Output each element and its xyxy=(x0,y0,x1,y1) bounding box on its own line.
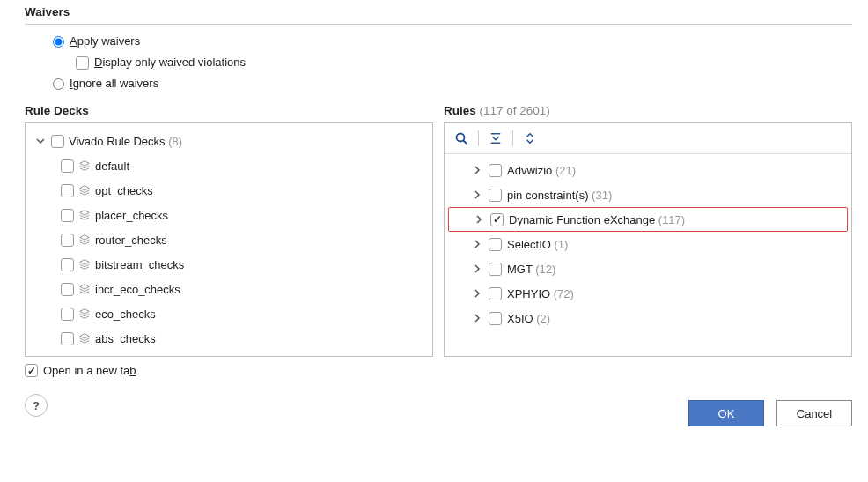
rule-deck-item[interactable]: eco_checks xyxy=(31,301,429,326)
help-button[interactable]: ? xyxy=(25,394,48,417)
rules-panel: Rules (117 of 2601) Advwizio (21)pin con… xyxy=(444,104,852,357)
rule-deck-label: incr_eco_checks xyxy=(95,283,180,296)
layers-icon xyxy=(78,332,91,345)
rule-deck-label: placer_checks xyxy=(95,209,168,222)
layers-icon xyxy=(78,258,91,271)
display-only-waived-checkbox[interactable]: Display only waived violations xyxy=(53,55,852,70)
checkbox-icon[interactable] xyxy=(489,164,502,177)
rule-deck-item[interactable]: default xyxy=(31,153,429,178)
ignore-all-waivers-radio[interactable]: Ignore all waivers xyxy=(53,76,852,92)
rule-category-row[interactable]: X5IO (2) xyxy=(446,306,850,330)
tree-root-row[interactable]: Vivado Rule Decks (8) xyxy=(31,129,429,153)
collapse-all-icon[interactable] xyxy=(486,129,505,148)
layers-icon xyxy=(78,209,91,221)
open-in-new-tab-checkbox[interactable]: Open in a new tab xyxy=(25,364,136,377)
chevron-right-icon[interactable] xyxy=(471,238,483,250)
checkbox-icon[interactable] xyxy=(61,234,74,247)
checkbox-icon[interactable] xyxy=(51,135,64,148)
rule-deck-label: bitstream_checks xyxy=(95,258,184,271)
toolbar-separator xyxy=(478,130,479,146)
rule-category-row[interactable]: pin constraint(s) (31) xyxy=(446,182,850,207)
svg-line-1 xyxy=(464,141,467,145)
checkbox-icon[interactable] xyxy=(61,258,74,271)
expand-all-icon[interactable] xyxy=(520,129,540,148)
rule-decks-tree[interactable]: Vivado Rule Decks (8) defaultopt_checksp… xyxy=(26,123,432,356)
checkbox-icon[interactable] xyxy=(61,308,74,321)
checkbox-icon[interactable] xyxy=(61,283,74,296)
rule-deck-label: abs_checks xyxy=(95,332,156,345)
chevron-right-icon[interactable] xyxy=(471,263,483,275)
rule-deck-label: default xyxy=(95,159,129,173)
rule-category-label: SelectIO (1) xyxy=(507,238,568,251)
rule-deck-item[interactable]: opt_checks xyxy=(31,178,429,203)
layers-icon xyxy=(78,184,91,197)
checkbox-icon[interactable] xyxy=(489,263,502,276)
svg-point-0 xyxy=(457,134,465,142)
rule-category-label: pin constraint(s) (31) xyxy=(507,189,612,202)
checkbox-icon[interactable] xyxy=(489,189,502,202)
rules-toolbar xyxy=(445,123,851,154)
rule-decks-title: Rule Decks xyxy=(25,104,433,117)
layers-icon xyxy=(78,308,91,320)
rule-category-label: XPHYIO (72) xyxy=(507,287,574,300)
rule-deck-label: router_checks xyxy=(95,234,167,247)
checkbox-icon[interactable] xyxy=(489,238,502,251)
rule-decks-panel: Rule Decks Vivado Rule Decks (8) default… xyxy=(25,104,433,357)
rule-category-label: MGT (12) xyxy=(507,263,555,276)
rule-deck-item[interactable]: router_checks xyxy=(31,227,429,252)
tree-root-count: (8) xyxy=(168,135,182,148)
checkbox-icon[interactable] xyxy=(489,312,502,325)
checkbox-icon[interactable] xyxy=(61,159,74,173)
chevron-right-icon[interactable] xyxy=(471,164,483,176)
rule-category-label: Dynamic Function eXchange (117) xyxy=(509,213,685,226)
toolbar-separator xyxy=(512,130,513,146)
chevron-right-icon[interactable] xyxy=(473,213,485,226)
tree-root-label: Vivado Rule Decks xyxy=(69,135,166,148)
rule-category-label: Advwizio (21) xyxy=(507,164,576,177)
checkbox-icon[interactable] xyxy=(489,287,502,300)
chevron-right-icon[interactable] xyxy=(471,312,483,324)
search-icon[interactable] xyxy=(452,129,471,148)
rule-category-row[interactable]: MGT (12) xyxy=(446,256,850,281)
checkbox-icon[interactable] xyxy=(490,213,504,226)
checkbox-icon xyxy=(76,56,89,70)
rules-tree[interactable]: Advwizio (21)pin constraint(s) (31)Dynam… xyxy=(445,154,851,356)
rule-category-row[interactable]: Dynamic Function eXchange (117) xyxy=(448,207,848,232)
chevron-down-icon[interactable] xyxy=(34,135,47,147)
checkbox-icon[interactable] xyxy=(61,209,74,222)
rule-deck-item[interactable]: incr_eco_checks xyxy=(31,277,429,301)
rules-title: Rules (117 of 2601) xyxy=(444,104,852,117)
layers-icon xyxy=(78,283,91,295)
checkbox-icon xyxy=(25,364,38,377)
chevron-right-icon[interactable] xyxy=(471,189,483,201)
rule-deck-item[interactable]: bitstream_checks xyxy=(31,252,429,277)
waivers-separator xyxy=(25,24,852,25)
ok-button[interactable]: OK xyxy=(688,400,764,426)
rule-category-row[interactable]: Advwizio (21) xyxy=(446,158,850,182)
rule-deck-item[interactable]: abs_checks xyxy=(31,326,429,351)
checkbox-icon[interactable] xyxy=(61,332,74,345)
waivers-title: Waivers xyxy=(25,5,852,19)
rule-category-row[interactable]: SelectIO (1) xyxy=(446,232,850,256)
cancel-button[interactable]: Cancel xyxy=(776,400,852,426)
rule-category-row[interactable]: XPHYIO (72) xyxy=(446,281,850,306)
rules-count: (117 of 2601) xyxy=(480,104,550,117)
rule-category-label: X5IO (2) xyxy=(507,312,550,325)
chevron-right-icon[interactable] xyxy=(471,287,483,300)
checkbox-icon[interactable] xyxy=(61,184,74,197)
rule-deck-item[interactable]: placer_checks xyxy=(31,203,429,227)
layers-icon xyxy=(78,159,91,172)
rule-deck-label: eco_checks xyxy=(95,308,156,321)
rule-deck-label: opt_checks xyxy=(95,184,153,197)
apply-waivers-radio[interactable]: Apply waivers xyxy=(53,33,852,49)
layers-icon xyxy=(78,234,91,246)
